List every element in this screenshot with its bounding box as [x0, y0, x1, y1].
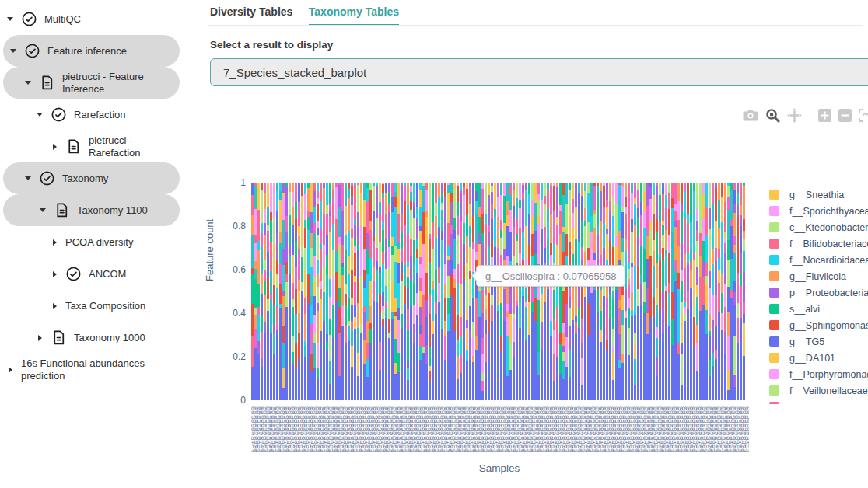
- sample-bar[interactable]: [693, 183, 695, 400]
- sample-bar[interactable]: [578, 183, 580, 400]
- sample-bar[interactable]: [696, 183, 698, 400]
- sample-bar[interactable]: [665, 183, 667, 400]
- sample-bar[interactable]: [435, 183, 437, 400]
- sample-bar[interactable]: [643, 183, 646, 400]
- stacked-barplot-area[interactable]: [251, 183, 747, 400]
- sample-bar[interactable]: [472, 183, 474, 400]
- legend-item-g-da101[interactable]: g__DA101: [769, 353, 835, 364]
- sample-bar[interactable]: [712, 183, 714, 400]
- sample-bar[interactable]: [273, 183, 275, 400]
- sidebar-item-taxonomy[interactable]: Taxonomy: [3, 162, 180, 194]
- sample-bar[interactable]: [687, 183, 689, 400]
- sample-bar[interactable]: [292, 183, 294, 400]
- sample-bar[interactable]: [261, 183, 263, 400]
- sample-bar[interactable]: [481, 183, 484, 400]
- sample-bar[interactable]: [276, 183, 278, 400]
- sidebar-item-ancom[interactable]: ANCOM: [0, 258, 180, 290]
- zoom-icon[interactable]: [765, 108, 780, 123]
- caret-down-icon[interactable]: [37, 208, 48, 212]
- sample-bar[interactable]: [285, 183, 288, 400]
- sample-bar[interactable]: [397, 183, 400, 400]
- caret-down-icon[interactable]: [23, 81, 33, 85]
- sample-bar[interactable]: [475, 183, 478, 400]
- sample-bar[interactable]: [724, 183, 726, 400]
- legend-item-g-fluviicola[interactable]: g__Fluviicola: [769, 271, 846, 282]
- zoom-out-icon[interactable]: [838, 109, 852, 122]
- sample-bar[interactable]: [569, 183, 571, 400]
- sample-bar[interactable]: [469, 183, 471, 400]
- sample-bar[interactable]: [320, 183, 322, 400]
- sample-bar[interactable]: [509, 183, 512, 400]
- sample-bar[interactable]: [559, 183, 562, 400]
- sample-bar[interactable]: [506, 183, 509, 400]
- sample-bar[interactable]: [522, 183, 524, 400]
- sample-bar[interactable]: [478, 183, 481, 400]
- sample-bar[interactable]: [360, 183, 362, 400]
- sample-bar[interactable]: [410, 183, 412, 400]
- caret-right-icon[interactable]: [5, 367, 16, 373]
- sample-bar[interactable]: [460, 183, 462, 400]
- sample-bar[interactable]: [416, 183, 418, 400]
- sample-bar[interactable]: [603, 183, 605, 400]
- sample-bar[interactable]: [441, 183, 443, 400]
- caret-right-icon[interactable]: [49, 239, 60, 246]
- sample-bar[interactable]: [740, 183, 742, 400]
- sample-bar[interactable]: [544, 183, 546, 400]
- sample-bar[interactable]: [251, 183, 254, 400]
- sample-bar[interactable]: [485, 183, 487, 400]
- sample-bar[interactable]: [357, 183, 359, 400]
- sample-bar[interactable]: [267, 183, 269, 400]
- sample-bar[interactable]: [373, 183, 375, 400]
- sample-bar[interactable]: [376, 183, 378, 400]
- sample-bar[interactable]: [541, 183, 543, 400]
- sample-bar[interactable]: [310, 183, 313, 400]
- sample-bar[interactable]: [329, 183, 331, 400]
- sample-bar[interactable]: [432, 183, 434, 400]
- sample-bar[interactable]: [497, 183, 499, 400]
- sample-bar[interactable]: [289, 183, 291, 400]
- sample-bar[interactable]: [513, 183, 515, 400]
- sample-bar[interactable]: [671, 183, 674, 400]
- sample-bar[interactable]: [631, 183, 633, 400]
- sample-bar[interactable]: [254, 183, 257, 400]
- sample-bar[interactable]: [326, 183, 328, 400]
- sample-bar[interactable]: [702, 183, 705, 400]
- caret-down-icon[interactable]: [23, 176, 33, 180]
- legend-item-p-proteobacteria[interactable]: p__Proteobacteria: [769, 288, 868, 298]
- sample-bar[interactable]: [388, 183, 390, 400]
- sidebar-item-16s-functional-abundances-prediction[interactable]: 16s Functional abundances prediction: [0, 354, 180, 385]
- sample-bar[interactable]: [737, 183, 739, 400]
- sample-bar[interactable]: [537, 183, 540, 400]
- sample-bar[interactable]: [628, 183, 630, 400]
- sample-bar[interactable]: [463, 183, 465, 400]
- autoscale-icon[interactable]: [859, 109, 868, 122]
- sample-bar[interactable]: [394, 183, 397, 400]
- sample-bar[interactable]: [690, 183, 692, 400]
- sample-bar[interactable]: [699, 183, 702, 400]
- sample-bar[interactable]: [662, 183, 664, 400]
- sample-bar[interactable]: [721, 183, 723, 400]
- sample-bar[interactable]: [597, 183, 599, 400]
- zoom-in-icon[interactable]: [818, 109, 831, 122]
- sample-bar[interactable]: [457, 183, 459, 400]
- sample-bar[interactable]: [575, 183, 577, 400]
- sample-bar[interactable]: [491, 183, 493, 400]
- sample-bar[interactable]: [618, 183, 621, 400]
- sample-bar[interactable]: [453, 183, 456, 400]
- sample-bar[interactable]: [606, 183, 608, 400]
- sample-bar[interactable]: [674, 183, 677, 400]
- sample-bar[interactable]: [668, 183, 670, 400]
- sample-bar[interactable]: [649, 183, 652, 400]
- caret-right-icon[interactable]: [49, 271, 60, 277]
- sample-bar[interactable]: [447, 183, 450, 400]
- sample-bar[interactable]: [656, 183, 658, 400]
- sample-bar[interactable]: [733, 183, 736, 400]
- sidebar-item-pietrucci-rarefaction[interactable]: pietrucci - Rarefaction: [0, 131, 180, 162]
- sidebar-item-rarefaction[interactable]: Rarefaction: [0, 99, 180, 131]
- sample-bar[interactable]: [615, 183, 618, 400]
- sample-bar[interactable]: [382, 183, 384, 400]
- sample-bar[interactable]: [391, 183, 394, 400]
- sample-bar[interactable]: [270, 183, 272, 400]
- sample-bar[interactable]: [593, 183, 596, 400]
- caret-down-icon[interactable]: [8, 49, 19, 53]
